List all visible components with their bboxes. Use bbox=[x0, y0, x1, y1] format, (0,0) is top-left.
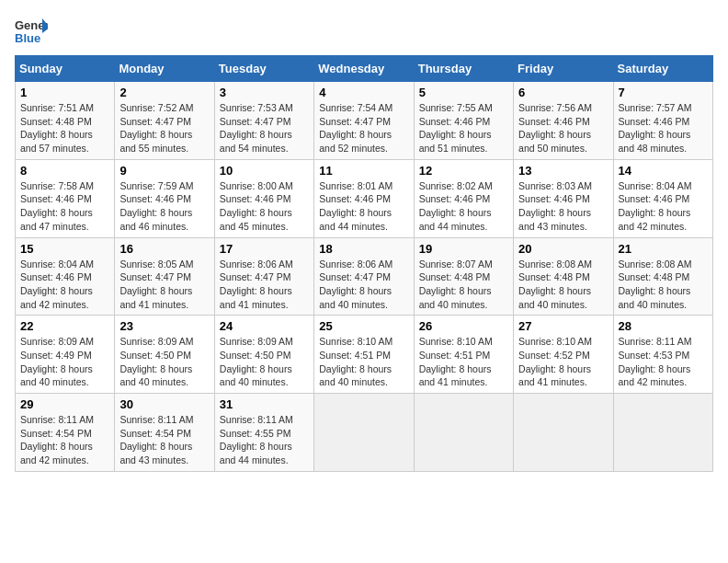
sunrise-label: Sunrise: 7:57 AM bbox=[619, 102, 692, 113]
sunset-label: Sunset: 4:46 PM bbox=[619, 116, 690, 127]
sunrise-label: Sunrise: 7:53 AM bbox=[220, 102, 293, 113]
sunrise-label: Sunrise: 8:04 AM bbox=[20, 259, 94, 270]
sunrise-label: Sunrise: 8:10 AM bbox=[518, 336, 592, 347]
calendar-cell: 19 Sunrise: 8:07 AM Sunset: 4:48 PM Dayl… bbox=[414, 237, 513, 316]
day-number: 4 bbox=[319, 86, 408, 99]
sunrise-label: Sunrise: 8:11 AM bbox=[619, 336, 692, 347]
sunrise-label: Sunrise: 7:51 AM bbox=[20, 102, 94, 113]
day-number: 3 bbox=[220, 86, 309, 99]
daylight-label: Daylight: 8 hours and 54 minutes. bbox=[220, 129, 292, 154]
day-info: Sunrise: 7:59 AM Sunset: 4:46 PM Dayligh… bbox=[119, 179, 209, 234]
sunset-label: Sunset: 4:46 PM bbox=[518, 193, 590, 204]
daylight-label: Daylight: 8 hours and 41 minutes. bbox=[220, 285, 292, 310]
day-number: 27 bbox=[518, 319, 608, 333]
sunrise-label: Sunrise: 8:10 AM bbox=[319, 336, 392, 347]
day-info: Sunrise: 8:02 AM Sunset: 4:46 PM Dayligh… bbox=[419, 179, 508, 234]
daylight-label: Daylight: 8 hours and 42 minutes. bbox=[619, 207, 691, 232]
day-number: 22 bbox=[20, 319, 109, 333]
day-number: 16 bbox=[119, 242, 209, 256]
calendar-cell: 22 Sunrise: 8:09 AM Sunset: 4:49 PM Dayl… bbox=[16, 316, 115, 394]
day-number: 18 bbox=[319, 242, 408, 256]
col-header-friday: Friday bbox=[514, 56, 613, 82]
calendar-cell: 6 Sunrise: 7:56 AM Sunset: 4:46 PM Dayli… bbox=[514, 82, 613, 160]
daylight-label: Daylight: 8 hours and 41 minutes. bbox=[419, 363, 492, 388]
col-header-monday: Monday bbox=[115, 56, 214, 82]
sunset-label: Sunset: 4:47 PM bbox=[319, 271, 391, 282]
sunrise-label: Sunrise: 8:11 AM bbox=[220, 414, 293, 425]
daylight-label: Daylight: 8 hours and 42 minutes. bbox=[20, 441, 93, 465]
sunset-label: Sunset: 4:47 PM bbox=[119, 116, 191, 127]
sunset-label: Sunset: 4:46 PM bbox=[619, 193, 690, 204]
calendar-cell: 28 Sunrise: 8:11 AM Sunset: 4:53 PM Dayl… bbox=[613, 316, 712, 394]
calendar-cell: 27 Sunrise: 8:10 AM Sunset: 4:52 PM Dayl… bbox=[514, 316, 613, 394]
day-info: Sunrise: 8:11 AM Sunset: 4:55 PM Dayligh… bbox=[220, 413, 309, 467]
daylight-label: Daylight: 8 hours and 40 minutes. bbox=[20, 363, 93, 388]
sunset-label: Sunset: 4:48 PM bbox=[419, 271, 491, 282]
day-number: 17 bbox=[220, 242, 309, 256]
day-number: 1 bbox=[20, 86, 109, 99]
calendar-cell: 9 Sunrise: 7:59 AM Sunset: 4:46 PM Dayli… bbox=[115, 159, 214, 237]
daylight-label: Daylight: 8 hours and 55 minutes. bbox=[119, 129, 192, 154]
daylight-label: Daylight: 8 hours and 40 minutes. bbox=[319, 285, 392, 310]
day-info: Sunrise: 7:56 AM Sunset: 4:46 PM Dayligh… bbox=[518, 101, 608, 155]
day-info: Sunrise: 7:55 AM Sunset: 4:46 PM Dayligh… bbox=[419, 101, 508, 155]
day-info: Sunrise: 8:06 AM Sunset: 4:47 PM Dayligh… bbox=[220, 258, 309, 312]
daylight-label: Daylight: 8 hours and 41 minutes. bbox=[119, 285, 192, 310]
calendar-cell: 18 Sunrise: 8:06 AM Sunset: 4:47 PM Dayl… bbox=[314, 237, 414, 316]
col-header-wednesday: Wednesday bbox=[314, 56, 414, 82]
day-number: 8 bbox=[20, 164, 109, 178]
day-info: Sunrise: 8:10 AM Sunset: 4:52 PM Dayligh… bbox=[518, 335, 608, 389]
day-info: Sunrise: 8:11 AM Sunset: 4:53 PM Dayligh… bbox=[619, 335, 708, 389]
day-info: Sunrise: 8:06 AM Sunset: 4:47 PM Dayligh… bbox=[319, 258, 408, 312]
sunset-label: Sunset: 4:46 PM bbox=[419, 116, 491, 127]
logo: General Blue bbox=[15, 15, 48, 48]
day-info: Sunrise: 8:11 AM Sunset: 4:54 PM Dayligh… bbox=[20, 413, 109, 467]
sunrise-label: Sunrise: 7:59 AM bbox=[119, 180, 193, 191]
calendar-cell: 2 Sunrise: 7:52 AM Sunset: 4:47 PM Dayli… bbox=[115, 82, 214, 160]
day-number: 26 bbox=[419, 319, 508, 333]
calendar-cell: 11 Sunrise: 8:01 AM Sunset: 4:46 PM Dayl… bbox=[314, 159, 414, 237]
sunrise-label: Sunrise: 8:11 AM bbox=[20, 414, 94, 425]
calendar-cell: 3 Sunrise: 7:53 AM Sunset: 4:47 PM Dayli… bbox=[214, 82, 313, 160]
logo-bird-icon: General Blue bbox=[15, 15, 48, 48]
sunset-label: Sunset: 4:54 PM bbox=[119, 428, 191, 439]
sunrise-label: Sunrise: 7:56 AM bbox=[518, 102, 592, 113]
calendar-cell: 30 Sunrise: 8:11 AM Sunset: 4:54 PM Dayl… bbox=[115, 394, 214, 472]
daylight-label: Daylight: 8 hours and 43 minutes. bbox=[119, 441, 192, 465]
day-number: 31 bbox=[220, 397, 309, 411]
daylight-label: Daylight: 8 hours and 40 minutes. bbox=[119, 363, 192, 388]
daylight-label: Daylight: 8 hours and 51 minutes. bbox=[419, 129, 492, 154]
day-number: 29 bbox=[20, 397, 109, 411]
daylight-label: Daylight: 8 hours and 44 minutes. bbox=[220, 441, 292, 465]
sunset-label: Sunset: 4:47 PM bbox=[220, 116, 291, 127]
daylight-label: Daylight: 8 hours and 45 minutes. bbox=[220, 207, 292, 232]
page-header: General Blue bbox=[15, 15, 713, 48]
day-info: Sunrise: 8:08 AM Sunset: 4:48 PM Dayligh… bbox=[518, 258, 608, 312]
calendar-cell bbox=[514, 394, 613, 472]
sunset-label: Sunset: 4:51 PM bbox=[419, 350, 491, 361]
day-info: Sunrise: 7:57 AM Sunset: 4:46 PM Dayligh… bbox=[619, 101, 708, 155]
sunset-label: Sunset: 4:49 PM bbox=[20, 350, 92, 361]
day-number: 6 bbox=[518, 86, 608, 99]
day-info: Sunrise: 8:04 AM Sunset: 4:46 PM Dayligh… bbox=[20, 258, 109, 312]
calendar-cell: 25 Sunrise: 8:10 AM Sunset: 4:51 PM Dayl… bbox=[314, 316, 414, 394]
day-info: Sunrise: 8:09 AM Sunset: 4:50 PM Dayligh… bbox=[220, 335, 309, 389]
sunrise-label: Sunrise: 8:01 AM bbox=[319, 180, 392, 191]
sunrise-label: Sunrise: 8:03 AM bbox=[518, 180, 592, 191]
daylight-label: Daylight: 8 hours and 47 minutes. bbox=[20, 207, 93, 232]
day-number: 15 bbox=[20, 242, 109, 256]
calendar-cell: 20 Sunrise: 8:08 AM Sunset: 4:48 PM Dayl… bbox=[514, 237, 613, 316]
calendar-cell: 15 Sunrise: 8:04 AM Sunset: 4:46 PM Dayl… bbox=[16, 237, 115, 316]
day-info: Sunrise: 8:04 AM Sunset: 4:46 PM Dayligh… bbox=[619, 179, 708, 234]
day-number: 9 bbox=[119, 164, 209, 178]
col-header-thursday: Thursday bbox=[414, 56, 513, 82]
daylight-label: Daylight: 8 hours and 40 minutes. bbox=[220, 363, 292, 388]
day-info: Sunrise: 7:54 AM Sunset: 4:47 PM Dayligh… bbox=[319, 101, 408, 155]
calendar-cell bbox=[314, 394, 414, 472]
day-number: 21 bbox=[619, 242, 708, 256]
calendar-cell: 26 Sunrise: 8:10 AM Sunset: 4:51 PM Dayl… bbox=[414, 316, 513, 394]
calendar-cell: 1 Sunrise: 7:51 AM Sunset: 4:48 PM Dayli… bbox=[16, 82, 115, 160]
calendar-week-1: 1 Sunrise: 7:51 AM Sunset: 4:48 PM Dayli… bbox=[16, 82, 713, 160]
sunrise-label: Sunrise: 8:09 AM bbox=[220, 336, 293, 347]
calendar-cell: 24 Sunrise: 8:09 AM Sunset: 4:50 PM Dayl… bbox=[214, 316, 313, 394]
